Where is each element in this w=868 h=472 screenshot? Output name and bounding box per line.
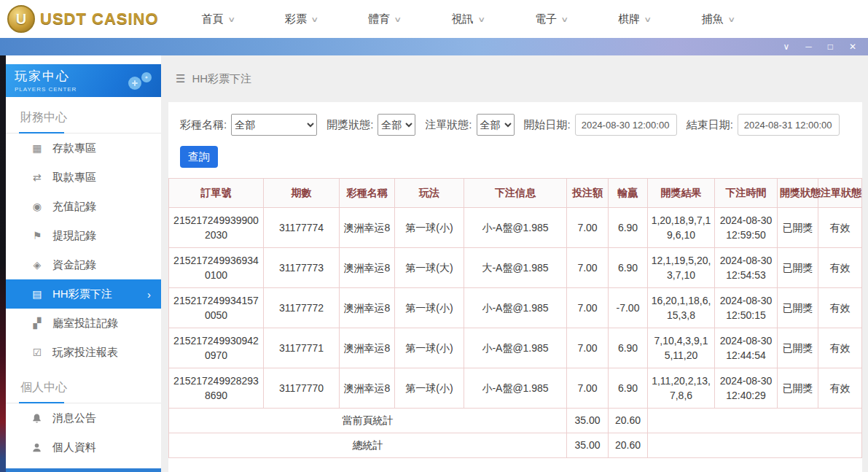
total-stats-win-loss: 20.60 xyxy=(609,433,648,458)
sidebar: 玩家中心 PLAYERS CENTER 財務中心 ▦ 存款專區 ⇄ 取款專區 ◉… xyxy=(6,55,161,472)
page-title: HH彩票下注 xyxy=(192,72,251,86)
cell-lottery-name: 澳洲幸运8 xyxy=(340,328,395,368)
cell-bet-time: 2024-08-30 12:44:54 xyxy=(715,328,778,368)
cell-bet-time: 2024-08-30 12:54:53 xyxy=(715,248,778,288)
cell-bet-info: 小-A盤@1.985 xyxy=(464,328,567,368)
sidebar-item-room-bet-records[interactable]: ▞ 廳室投註記錄 xyxy=(6,309,161,338)
sidebar-item-withdraw-area[interactable]: ⇄ 取款專區 xyxy=(6,163,161,192)
cell-order-id: 2152172499309420970 xyxy=(169,328,264,368)
cell-bet-amount: 7.00 xyxy=(567,208,609,248)
end-date-input[interactable] xyxy=(738,114,840,136)
sidebar-item-hh-lottery-bets[interactable]: ▤ HH彩票下注 › xyxy=(6,279,161,309)
close-button[interactable]: ✕ xyxy=(849,42,856,51)
cell-draw-status: 已開獎 xyxy=(778,368,818,409)
withdraw-icon: ⇄ xyxy=(31,171,44,183)
cell-bet-info: 小-A盤@1.985 xyxy=(464,368,567,409)
cell-bet-amount: 7.00 xyxy=(567,288,609,328)
page-stats-row: 當前頁統計 35.00 20.60 xyxy=(169,409,862,433)
cell-win-loss: 6.90 xyxy=(609,248,648,288)
cell-order-status: 有效 xyxy=(818,248,862,288)
cell-bet-time: 2024-08-30 12:50:15 xyxy=(715,288,778,328)
page-stats-bet-amount: 35.00 xyxy=(567,409,609,433)
cell-bet-amount: 7.00 xyxy=(567,368,609,409)
filter-draw-status: 開獎狀態: 全部 xyxy=(327,114,415,136)
order-status-select[interactable]: 全部 xyxy=(477,114,515,136)
hamburger-menu-icon[interactable]: ☰ xyxy=(176,72,185,85)
filter-end-date: 結束日期: xyxy=(687,114,840,136)
minimize-button[interactable]: ─ xyxy=(805,42,812,51)
cell-draw-result: 12,1,19,5,20,3,7,10 xyxy=(648,248,715,288)
sidebar-item-player-bet-report[interactable]: ☑ 玩家投注報表 xyxy=(6,338,161,367)
page-stats-label: 當前頁統計 xyxy=(169,409,567,433)
sidebar-item-funds-records[interactable]: ◈ 資金記錄 xyxy=(6,250,161,279)
cell-draw-status: 已開獎 xyxy=(778,248,818,288)
cell-play-type: 第一球(小) xyxy=(395,208,464,248)
header-bet-time: 下注時間 xyxy=(715,179,778,208)
sidebar-item-deposit-area[interactable]: ▦ 存款專區 xyxy=(6,134,161,163)
window-title-bar: ∨ ─ □ ✕ xyxy=(0,38,868,55)
chevron-down-icon: ∨ xyxy=(310,15,318,23)
cell-period: 31177774 xyxy=(264,208,340,248)
lottery-name-select[interactable]: 全部 xyxy=(231,114,317,136)
draw-status-select[interactable]: 全部 xyxy=(378,114,415,136)
sidebar-item-label: 廳室投註記錄 xyxy=(52,317,118,330)
sidebar-item-profile[interactable]: 個人資料 xyxy=(6,433,161,462)
nav-item-boardgames[interactable]: 棋牌∨ xyxy=(593,12,676,26)
nav-item-slots[interactable]: 電子∨ xyxy=(509,12,593,26)
players-center-header: 玩家中心 PLAYERS CENTER xyxy=(6,64,161,97)
search-button[interactable]: 查詢 xyxy=(180,146,218,168)
cell-order-status: 有效 xyxy=(818,368,862,409)
header-bet-amount: 投注額 xyxy=(567,179,609,208)
cell-bet-amount: 7.00 xyxy=(567,248,609,288)
sidebar-item-recharge-records[interactable]: ◉ 充值記錄 xyxy=(6,192,161,221)
sidebar-item-label: 消息公告 xyxy=(52,411,96,425)
header-bet-info: 下注信息 xyxy=(464,179,567,208)
recharge-record-icon: ◉ xyxy=(31,201,44,212)
table-row: 2152172499309420970 31177771 澳洲幸运8 第一球(小… xyxy=(169,328,862,368)
nav-item-home[interactable]: 首頁∨ xyxy=(176,12,259,26)
cell-order-status: 有效 xyxy=(818,288,862,328)
start-date-input[interactable] xyxy=(575,114,677,136)
content-panel: 彩種名稱: 全部 開獎狀態: 全部 注單狀態: 全部 開始日期: 結束日期: xyxy=(168,102,862,472)
sidebar-item-label: 個人資料 xyxy=(52,441,96,454)
cell-play-type: 第一球(大) xyxy=(395,248,464,288)
cell-draw-result: 7,10,4,3,9,15,11,20 xyxy=(648,328,715,368)
nav-item-lottery[interactable]: 彩票∨ xyxy=(259,12,343,26)
cell-bet-info: 小-A盤@1.985 xyxy=(464,288,567,328)
header-order-id: 訂單號 xyxy=(169,179,264,208)
chevron-down-icon: ∨ xyxy=(644,15,652,23)
page-stats-win-loss: 20.60 xyxy=(609,409,648,433)
maximize-button[interactable]: □ xyxy=(828,42,833,51)
filter-start-date: 開始日期: xyxy=(524,114,677,136)
sidebar-item-withdrawal-records[interactable]: ⚑ 提現記錄 xyxy=(6,221,161,250)
nav-item-sports[interactable]: 體育∨ xyxy=(343,12,426,26)
cell-draw-status: 已開獎 xyxy=(778,208,818,248)
bell-icon xyxy=(31,413,44,424)
cell-win-loss: -7.00 xyxy=(609,288,648,328)
total-stats-row: 總統計 35.00 20.60 xyxy=(169,433,862,458)
cell-bet-info: 大-A盤@1.985 xyxy=(464,248,567,288)
sidebar-item-label: 存款專區 xyxy=(52,142,96,155)
header-order-status: 注單狀態 xyxy=(818,179,862,208)
sidebar-item-label: 取款專區 xyxy=(52,171,96,185)
brand-logo[interactable]: U USDT CASINO xyxy=(7,5,159,33)
cell-order-status: 有效 xyxy=(818,208,862,248)
header-draw-result: 開獎結果 xyxy=(648,179,715,208)
main-menu: 首頁∨ 彩票∨ 體育∨ 視訊∨ 電子∨ 棋牌∨ 捕魚∨ xyxy=(176,12,759,26)
table-header-row: 訂單號 期數 彩種名稱 玩法 下注信息 投注額 輸贏 開獎結果 下注時間 開獎狀… xyxy=(169,179,862,208)
nav-item-live[interactable]: 視訊∨ xyxy=(426,12,509,26)
cell-period: 31177773 xyxy=(264,248,340,288)
filter-bar: 彩種名稱: 全部 開獎狀態: 全部 注單狀態: 全部 開始日期: 結束日期: xyxy=(168,114,862,136)
table-row: 2152172499399002030 31177774 澳洲幸运8 第一球(小… xyxy=(169,208,862,248)
window-dropdown-icon[interactable]: ∨ xyxy=(783,42,789,51)
sidebar-item-announcements[interactable]: 消息公告 xyxy=(6,403,161,433)
header-period: 期數 xyxy=(264,179,340,208)
draw-status-label: 開獎狀態: xyxy=(327,118,373,132)
lottery-name-label: 彩種名稱: xyxy=(180,118,227,132)
chevron-down-icon: ∨ xyxy=(727,15,735,23)
nav-item-fishing[interactable]: 捕魚∨ xyxy=(676,12,759,26)
cell-win-loss: 6.90 xyxy=(609,368,648,409)
cell-draw-result: 16,20,1,18,6,15,3,8 xyxy=(648,288,715,328)
chevron-down-icon: ∨ xyxy=(227,15,235,23)
cell-bet-amount: 7.00 xyxy=(567,328,609,368)
